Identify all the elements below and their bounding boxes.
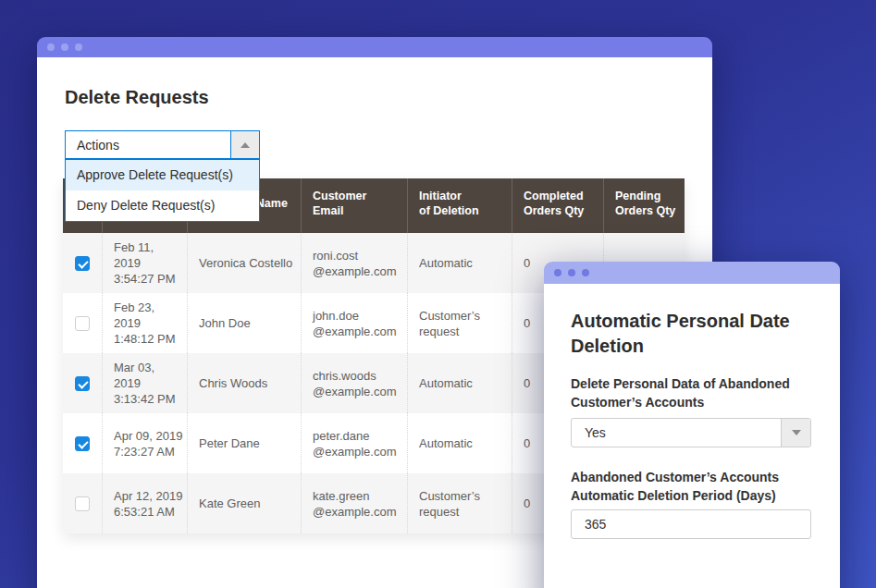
cell-initiator: Automatic [407, 353, 512, 413]
cell-initiator: Customer’s request [407, 473, 512, 533]
menu-item-deny-delete-requests[interactable]: Deny Delete Request(s) [66, 190, 259, 221]
page-title: Delete Requests [65, 85, 209, 109]
window-dot-icon [47, 43, 55, 51]
cell-date: Feb 23, 2019 1:48:12 PM [102, 293, 187, 353]
cell-customer-email: roni.cost @example.com [301, 233, 407, 293]
row-checkbox[interactable] [75, 496, 90, 511]
caret-down-icon [792, 430, 801, 435]
cell-customer-email: chris.woods @example.com [301, 353, 407, 413]
delete-personal-data-label: Delete Personal Data of Abandoned Custom… [571, 374, 811, 411]
window-dot-icon [582, 269, 589, 276]
cell-date: Apr 09, 2019 7:23:27 AM [102, 413, 187, 473]
header-completed-orders-qty[interactable]: Completed Orders Qty [512, 178, 603, 233]
row-checkbox[interactable] [75, 376, 90, 391]
row-checkbox-cell [63, 353, 102, 413]
delete-personal-data-select[interactable]: Yes [571, 418, 811, 447]
header-customer-email[interactable]: Customer Email [301, 178, 407, 233]
deletion-period-input[interactable] [571, 509, 811, 539]
cell-date: Apr 12, 2019 6:53:21 AM [102, 473, 187, 533]
window-dot-icon [554, 269, 561, 276]
row-checkbox-cell [63, 473, 102, 533]
cell-customer-email: peter.dane @example.com [301, 413, 407, 473]
menu-item-approve-delete-requests[interactable]: Approve Delete Request(s) [66, 160, 259, 190]
row-checkbox[interactable] [75, 256, 90, 271]
window-dot-icon [61, 43, 68, 51]
delete-personal-data-select-value: Yes [585, 425, 606, 440]
cell-customer-name: Chris Woods [187, 353, 301, 413]
cell-customer-email: kate.green @example.com [301, 473, 407, 533]
window-titlebar [544, 262, 840, 284]
cell-date: Mar 03, 2019 3:13:42 PM [102, 353, 187, 413]
row-checkbox-cell [63, 413, 102, 473]
header-pending-orders-qty[interactable]: Pending Orders Qty [603, 178, 685, 233]
cell-date: Feb 11, 2019 3:54:27 PM [102, 233, 187, 293]
cell-customer-name: Kate Green [187, 473, 301, 533]
caret-up-icon [241, 142, 250, 148]
cell-customer-email: john.doe @example.com [301, 293, 407, 353]
window-titlebar [37, 37, 712, 57]
row-checkbox[interactable] [75, 436, 90, 451]
deletion-period-label: Abandoned Customer’s Accounts Automatic … [571, 468, 811, 505]
row-checkbox-cell [63, 233, 102, 293]
cell-initiator: Automatic [407, 233, 512, 293]
window-body: Automatic Personal Date Deletion Delete … [544, 284, 840, 588]
cell-initiator: Customer’s request [407, 293, 512, 353]
automatic-personal-data-deletion-window: Automatic Personal Date Deletion Delete … [544, 262, 840, 588]
actions-dropdown-menu: Approve Delete Request(s) Deny Delete Re… [65, 159, 260, 222]
select-toggle-button[interactable] [781, 419, 810, 447]
cell-customer-name: John Doe [187, 293, 301, 353]
row-checkbox[interactable] [75, 316, 90, 331]
actions-dropdown-value: Actions [66, 138, 230, 153]
window-dot-icon [75, 43, 82, 51]
cell-initiator: Automatic [407, 413, 512, 473]
row-checkbox-cell [63, 293, 102, 353]
actions-dropdown-toggle-button[interactable] [230, 131, 259, 158]
window-dot-icon [568, 269, 575, 276]
header-initiator-of-deletion[interactable]: Initiator of Deletion [407, 178, 512, 233]
actions-dropdown[interactable]: Actions [65, 130, 260, 159]
cell-customer-name: Peter Dane [187, 413, 301, 473]
settings-title: Automatic Personal Date Deletion [571, 309, 811, 359]
cell-customer-name: Veronica Costello [187, 233, 301, 293]
